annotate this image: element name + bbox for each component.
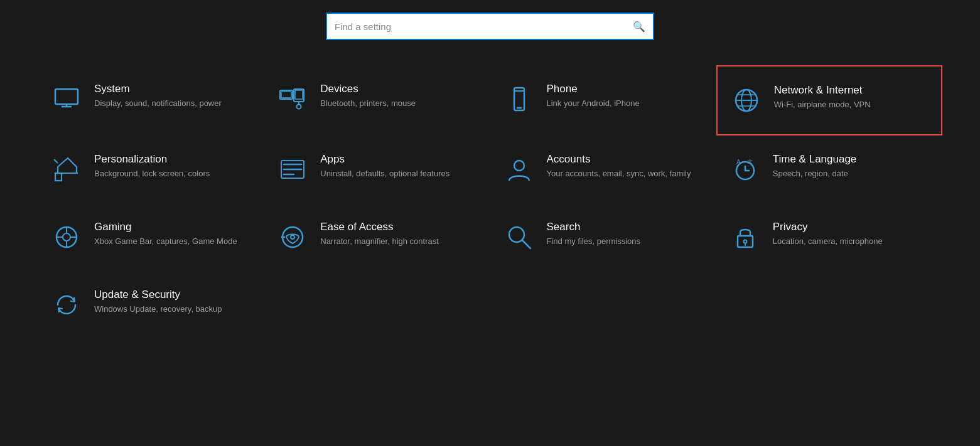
svg-text:文: 文 [748,159,753,164]
svg-point-34 [291,235,294,239]
system-text: SystemDisplay, sound, notifications, pow… [94,83,251,109]
setting-item-system[interactable]: SystemDisplay, sound, notifications, pow… [38,65,264,135]
personalization-icon [50,153,83,186]
privacy-subtitle: Location, camera, microphone [773,236,930,247]
privacy-title: Privacy [773,221,930,233]
apps-text: AppsUninstall, defaults, optional featur… [320,153,477,179]
setting-item-accounts[interactable]: AccountsYour accounts, email, sync, work… [490,135,716,203]
update-subtitle: Windows Update, recovery, backup [94,304,251,315]
update-title: Update & Security [94,289,251,301]
svg-text:A: A [736,159,741,166]
gaming-subtitle: Xbox Game Bar, captures, Game Mode [94,236,251,247]
system-subtitle: Display, sound, notifications, power [94,98,251,109]
search-text: SearchFind my files, permissions [547,221,704,247]
update-icon [50,289,83,321]
update-text: Update & SecurityWindows Update, recover… [94,289,251,315]
search-bar[interactable]: 🔍 [326,13,654,40]
time-icon: A 文 [729,153,762,186]
setting-item-search[interactable]: SearchFind my files, permissions [490,203,716,271]
devices-title: Devices [320,83,477,95]
setting-item-apps[interactable]: AppsUninstall, defaults, optional featur… [264,135,490,203]
phone-subtitle: Link your Android, iPhone [547,98,704,109]
privacy-icon [729,221,762,253]
phone-icon [503,83,536,115]
accounts-title: Accounts [547,153,704,166]
apps-title: Apps [320,153,477,166]
system-icon [50,83,83,115]
setting-item-phone[interactable]: PhoneLink your Android, iPhone [490,65,716,135]
network-icon [730,84,763,117]
accounts-subtitle: Your accounts, email, sync, work, family [547,168,704,179]
svg-point-7 [297,105,301,109]
time-subtitle: Speech, region, date [773,168,930,179]
svg-rect-17 [55,173,62,181]
phone-title: Phone [547,83,704,95]
accounts-text: AccountsYour accounts, email, sync, work… [547,153,704,179]
network-text: Network & InternetWi-Fi, airplane mode, … [774,84,929,110]
network-title: Network & Internet [774,84,929,97]
devices-text: DevicesBluetooth, printers, mouse [320,83,477,109]
setting-item-time[interactable]: A 文 Time & LanguageSpeech, region, date [716,135,942,203]
svg-point-31 [63,233,70,241]
gaming-text: GamingXbox Game Bar, captures, Game Mode [94,221,251,247]
search-input[interactable] [335,21,633,32]
system-title: System [94,83,251,95]
setting-item-network[interactable]: Network & InternetWi-Fi, airplane mode, … [716,65,942,135]
search-title: Search [547,221,704,233]
accounts-icon [503,153,536,186]
svg-point-24 [514,161,524,171]
search-subtitle: Find my files, permissions [547,236,704,247]
ease-text: Ease of AccessNarrator, magnifier, high … [320,221,477,247]
setting-item-gaming[interactable]: GamingXbox Game Bar, captures, Game Mode [38,203,264,271]
time-text: Time & LanguageSpeech, region, date [773,153,930,179]
svg-rect-0 [55,89,78,104]
svg-rect-4 [281,92,291,98]
ease-title: Ease of Access [320,221,477,233]
personalization-subtitle: Background, lock screen, colors [94,168,251,179]
setting-item-devices[interactable]: DevicesBluetooth, printers, mouse [264,65,490,135]
ease-subtitle: Narrator, magnifier, high contrast [320,236,477,247]
personalization-title: Personalization [94,153,251,166]
apps-subtitle: Uninstall, defaults, optional features [320,168,477,179]
setting-item-privacy[interactable]: PrivacyLocation, camera, microphone [716,203,942,271]
setting-item-ease[interactable]: Ease of AccessNarrator, magnifier, high … [264,203,490,271]
devices-subtitle: Bluetooth, printers, mouse [320,98,477,109]
setting-item-update[interactable]: Update & SecurityWindows Update, recover… [38,271,264,339]
network-subtitle: Wi-Fi, airplane mode, VPN [774,99,929,110]
devices-icon [276,83,309,115]
svg-rect-6 [295,90,303,99]
privacy-text: PrivacyLocation, camera, microphone [773,221,930,247]
svg-line-36 [522,240,530,248]
ease-icon [276,221,309,253]
phone-text: PhoneLink your Android, iPhone [547,83,704,109]
setting-item-personalization[interactable]: PersonalizationBackground, lock screen, … [38,135,264,203]
svg-point-32 [283,227,303,247]
gaming-title: Gaming [94,221,251,233]
personalization-text: PersonalizationBackground, lock screen, … [94,153,251,179]
search-icon [503,221,536,253]
apps-icon [276,153,309,186]
search-icon: 🔍 [633,21,645,33]
settings-grid: SystemDisplay, sound, notifications, pow… [0,65,980,339]
time-title: Time & Language [773,153,930,166]
svg-line-19 [54,159,58,163]
gaming-icon [50,221,83,253]
